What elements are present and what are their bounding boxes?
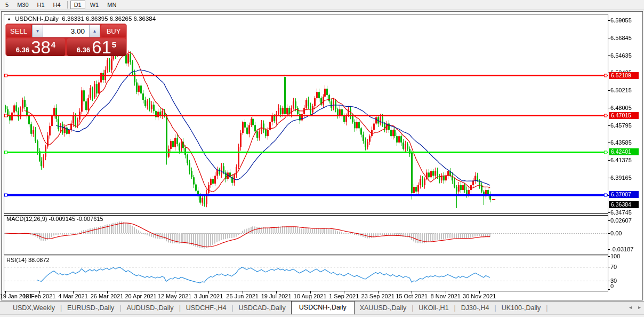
current-price-label: 6.36384	[609, 201, 639, 208]
sell-price-pip: 4	[51, 40, 55, 49]
date-axis-label: 20 Apr 2021	[125, 293, 156, 299]
tab-scroll-left-icon[interactable]: ◂	[629, 304, 632, 310]
chart-tab-xauusd[interactable]: XAUUSD-,Daily	[355, 303, 412, 313]
rsi-axis-tick: 100	[610, 253, 620, 259]
date-axis-label: 1 Sep 2021	[329, 293, 359, 299]
price-axis-tick: 6.50215	[610, 87, 632, 93]
volume-field[interactable]: 3.00	[43, 25, 89, 37]
date-axis-label: 8 Nov 2021	[431, 293, 461, 299]
chart-tab-usdx[interactable]: USDX,Weekly	[7, 303, 60, 313]
macd-axis-tick: 0.02607	[610, 217, 632, 224]
chart-tab-usdchf[interactable]: USDCHF-,H4	[181, 303, 232, 313]
rsi-axis-tick: 0	[610, 283, 614, 289]
rsi-label: RSI(14) 38.0872	[6, 257, 50, 263]
date-axis-label: 4 Mar 2021	[58, 293, 88, 299]
buy-price-prefix: 6.36	[77, 46, 90, 54]
one-click-trade-widget: SELL ▼ 3.00 ▲ BUY 6.36 38 4 6.36 61 5	[5, 23, 127, 56]
sell-price-prefix: 6.36	[16, 46, 29, 54]
chart-tab-eurusd[interactable]: EURUSD-,Daily	[62, 303, 119, 313]
price-axis-tick: 6.39165	[610, 175, 632, 181]
date-axis-label: 12 May 2021	[158, 293, 192, 299]
line-price-label: 6.47015	[609, 112, 639, 119]
tab-scroll-right-icon[interactable]: ▸	[638, 304, 641, 310]
date-axis-label: 30 Nov 2021	[463, 293, 496, 299]
chart-symbol-line: ▲ USDCNH-,Daily 6.36331 6.36395 6.36265 …	[7, 15, 156, 22]
date-axis-label: 10 Aug 2021	[294, 293, 327, 299]
macd-axis-tick: 0.00	[610, 230, 622, 236]
line-price-label: 6.42401	[609, 148, 639, 155]
price-axis-tick: 6.56845	[610, 35, 632, 41]
price-axis-tick: 6.41375	[610, 157, 632, 163]
date-axis-label: 26 Mar 2021	[91, 293, 124, 299]
price-axis-tick: 6.34745	[610, 209, 632, 216]
chart-tab-uk100[interactable]: UK100-,Daily	[496, 303, 546, 313]
chart-tab-usdcad[interactable]: USDCAD-,Daily	[234, 303, 291, 313]
date-axis-label: 23 Sep 2021	[361, 293, 395, 299]
buy-price-pip: 5	[112, 40, 116, 49]
tab-separator: |	[546, 304, 548, 312]
collapse-triangle-icon[interactable]: ▲	[7, 17, 11, 21]
buy-price-big: 61	[92, 39, 111, 56]
spinner-up-icon[interactable]: ▲	[89, 25, 100, 37]
chart-tab-bar: USDX,Weekly|EURUSD-,Daily|AUDUSD-,Daily|…	[0, 301, 644, 314]
chart-tab-dj30[interactable]: DJ30-,H4	[456, 303, 495, 313]
status-strip	[0, 314, 644, 317]
buy-price-panel[interactable]: 6.36 61 5	[67, 38, 126, 56]
chart-tab-usdcnh[interactable]: USDCNH-,Daily	[291, 301, 355, 314]
date-axis-label: 3 Jun 2021	[194, 293, 223, 299]
ohlc-values: 6.36331 6.36395 6.36265 6.36384	[62, 15, 156, 22]
price-axis-tick: 6.48005	[610, 105, 632, 111]
date-axis-label: 10 Feb 2021	[23, 293, 56, 299]
trading-terminal: 5M30H1H4D1W1MN ▲ USDCNH-,Daily 6.36331 6…	[0, 0, 644, 317]
price-axis-tick: 6.54635	[610, 52, 632, 59]
date-axis-label: 19 Jul 2021	[261, 293, 292, 299]
rsi-axis-tick: 70	[610, 264, 617, 270]
date-axis-label: 15 Oct 2021	[396, 293, 428, 299]
spinner-down-icon[interactable]: ▼	[33, 25, 43, 37]
line-price-label: 6.52109	[609, 72, 639, 79]
macd-axis-tick: -0.03187	[610, 246, 633, 252]
chart-title: USDCNH-,Daily	[15, 15, 59, 22]
line-price-label: 6.37007	[609, 191, 639, 198]
price-axis-tick: 6.59055	[610, 17, 632, 23]
price-axis-tick: 6.45795	[610, 122, 632, 129]
sell-price-big: 38	[31, 39, 51, 56]
chart-tab-audusd[interactable]: AUDUSD-,Daily	[121, 303, 179, 313]
date-axis-label: 25 Jun 2021	[226, 293, 259, 299]
tab-scroll-arrows: ◂ ▸	[629, 304, 641, 310]
price-axis-tick: 6.43585	[610, 139, 632, 146]
sell-price-panel[interactable]: 6.36 38 4	[6, 38, 65, 56]
sell-button[interactable]: SELL	[6, 25, 31, 37]
buy-button[interactable]: BUY	[101, 25, 126, 37]
macd-label: MACD(12,26,9) -0.009145 -0.007615	[6, 216, 103, 222]
spread-stepper: ▼ 3.00 ▲	[32, 25, 100, 37]
chart-tab-ukoil[interactable]: UKOil-,H1	[413, 303, 454, 313]
